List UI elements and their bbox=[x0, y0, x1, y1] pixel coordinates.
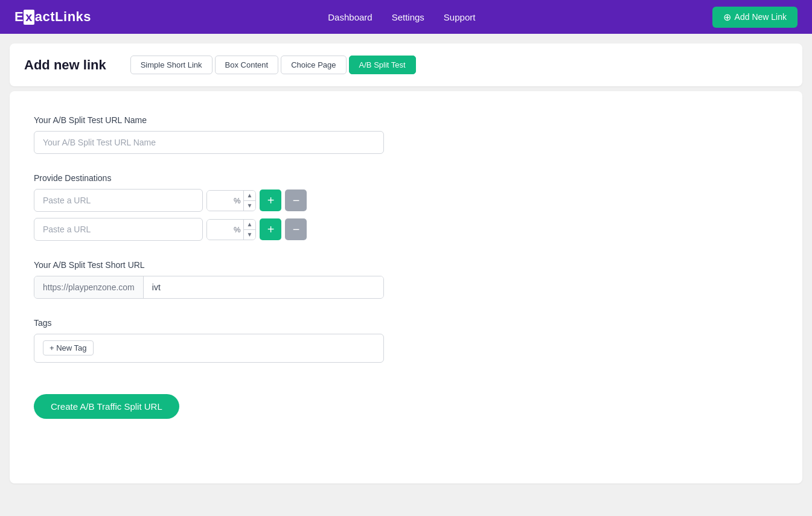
logo-text: Exact bbox=[14, 9, 55, 25]
add-destination-1-button[interactable]: + bbox=[260, 190, 281, 211]
destination-row-2: % ▲ ▼ + − bbox=[34, 218, 778, 241]
tab-box-content[interactable]: Box Content bbox=[215, 56, 279, 74]
stepper-2: ▲ ▼ bbox=[243, 220, 256, 240]
short-url-row: https://playpenzone.com bbox=[34, 276, 384, 299]
tab-simple-short-link[interactable]: Simple Short Link bbox=[130, 56, 213, 74]
page-title: Add new link bbox=[24, 57, 106, 73]
percent-wrapper-2: % ▲ ▼ bbox=[206, 219, 256, 240]
header: Exact Links Dashboard Settings Support ⊕… bbox=[0, 0, 812, 34]
tab-choice-page[interactable]: Choice Page bbox=[281, 56, 346, 74]
percent-up-2[interactable]: ▲ bbox=[244, 220, 256, 230]
percent-input-2[interactable] bbox=[207, 220, 234, 240]
percent-symbol-2: % bbox=[234, 220, 243, 240]
nav-settings[interactable]: Settings bbox=[392, 12, 424, 22]
add-new-link-button[interactable]: ⊕ Add New Link bbox=[712, 7, 798, 28]
top-card: Add new link Simple Short Link Box Conte… bbox=[10, 43, 802, 86]
logo-links: Links bbox=[55, 9, 91, 25]
stepper-1: ▲ ▼ bbox=[243, 191, 256, 211]
tab-ab-split-test[interactable]: A/B Split Test bbox=[349, 56, 416, 74]
nav-support[interactable]: Support bbox=[444, 12, 476, 22]
destinations-section: Provide Destinations % ▲ ▼ + − bbox=[34, 173, 778, 241]
percent-wrapper-1: % ▲ ▼ bbox=[206, 190, 256, 211]
percent-down-2[interactable]: ▼ bbox=[244, 230, 256, 240]
destinations-label: Provide Destinations bbox=[34, 173, 778, 183]
url-name-section: Your A/B Split Test URL Name bbox=[34, 115, 778, 154]
percent-up-1[interactable]: ▲ bbox=[244, 191, 256, 201]
main-nav: Dashboard Settings Support bbox=[328, 12, 475, 22]
add-new-label: Add New Link bbox=[735, 12, 787, 22]
url-name-label: Your A/B Split Test URL Name bbox=[34, 115, 778, 125]
new-tag-button[interactable]: + New Tag bbox=[43, 340, 94, 355]
submit-button[interactable]: Create A/B Traffic Split URL bbox=[34, 394, 179, 419]
tabs: Simple Short Link Box Content Choice Pag… bbox=[130, 56, 416, 74]
percent-down-1[interactable]: ▼ bbox=[244, 201, 256, 211]
percent-input-1[interactable] bbox=[207, 191, 234, 211]
tags-box: + New Tag bbox=[34, 334, 384, 363]
remove-destination-2-button[interactable]: − bbox=[285, 218, 307, 240]
form-card: Your A/B Split Test URL Name Provide Des… bbox=[10, 91, 802, 483]
destination-row-1: % ▲ ▼ + − bbox=[34, 189, 778, 212]
tags-label: Tags bbox=[34, 318, 778, 328]
destination-url-input-2[interactable] bbox=[34, 218, 203, 241]
short-url-label: Your A/B Split Test Short URL bbox=[34, 260, 778, 270]
url-name-input[interactable] bbox=[34, 131, 384, 154]
short-url-section: Your A/B Split Test Short URL https://pl… bbox=[34, 260, 778, 299]
tags-section: Tags + New Tag bbox=[34, 318, 778, 363]
logo: Exact Links bbox=[14, 9, 91, 25]
add-circle-icon: ⊕ bbox=[723, 11, 731, 23]
percent-symbol-1: % bbox=[234, 191, 243, 211]
nav-dashboard[interactable]: Dashboard bbox=[328, 12, 372, 22]
short-url-prefix: https://playpenzone.com bbox=[34, 276, 144, 298]
destination-url-input-1[interactable] bbox=[34, 189, 203, 212]
main-wrapper: Add new link Simple Short Link Box Conte… bbox=[0, 34, 812, 493]
remove-destination-1-button[interactable]: − bbox=[285, 190, 307, 211]
add-destination-2-button[interactable]: + bbox=[260, 218, 281, 240]
short-url-input[interactable] bbox=[144, 276, 383, 298]
